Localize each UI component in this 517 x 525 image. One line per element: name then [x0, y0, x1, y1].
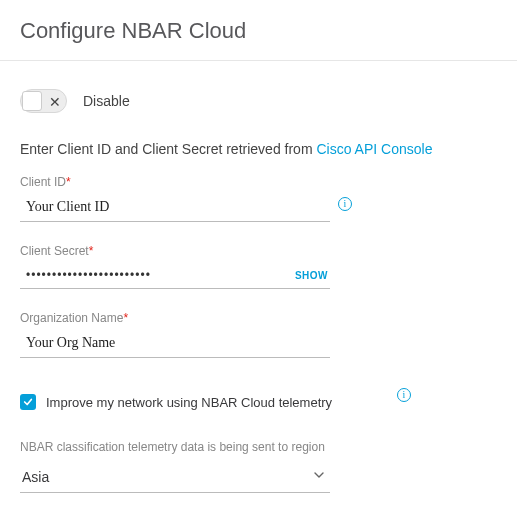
- required-mark: *: [89, 244, 94, 258]
- region-value: Asia: [22, 469, 49, 485]
- toggle-label: Disable: [83, 93, 130, 109]
- check-icon: [23, 397, 33, 407]
- org-name-input[interactable]: [20, 331, 330, 358]
- region-select[interactable]: Asia: [20, 464, 330, 493]
- org-name-field: Organization Name*: [20, 311, 330, 358]
- info-icon[interactable]: i: [397, 388, 411, 402]
- divider: [0, 60, 517, 61]
- client-secret-field: Client Secret* SHOW: [20, 244, 330, 289]
- client-secret-label-text: Client Secret: [20, 244, 89, 258]
- page-title: Configure NBAR Cloud: [20, 18, 497, 44]
- lead-prefix: Enter Client ID and Client Secret retrie…: [20, 141, 316, 157]
- client-id-field: Client ID* i: [20, 175, 330, 222]
- close-icon: ✕: [49, 92, 61, 112]
- info-icon[interactable]: i: [338, 197, 352, 211]
- org-name-label-text: Organization Name: [20, 311, 123, 325]
- client-id-label-text: Client ID: [20, 175, 66, 189]
- chevron-down-icon: [312, 468, 326, 486]
- client-id-input[interactable]: [20, 195, 330, 222]
- lead-text: Enter Client ID and Client Secret retrie…: [20, 141, 497, 157]
- enable-toggle[interactable]: ✕: [20, 89, 67, 113]
- show-secret-button[interactable]: SHOW: [295, 270, 328, 281]
- telemetry-label: Improve my network using NBAR Cloud tele…: [46, 395, 332, 410]
- client-id-label: Client ID*: [20, 175, 330, 189]
- org-name-label: Organization Name*: [20, 311, 330, 325]
- cisco-api-console-link[interactable]: Cisco API Console: [316, 141, 432, 157]
- enable-toggle-row: ✕ Disable: [20, 89, 497, 113]
- required-mark: *: [66, 175, 71, 189]
- toggle-knob: [22, 91, 42, 111]
- client-secret-input[interactable]: [20, 264, 330, 289]
- telemetry-checkbox[interactable]: [20, 394, 36, 410]
- telemetry-row: Improve my network using NBAR Cloud tele…: [20, 394, 497, 410]
- required-mark: *: [123, 311, 128, 325]
- region-label: NBAR classification telemetry data is be…: [20, 440, 497, 454]
- client-secret-label: Client Secret*: [20, 244, 330, 258]
